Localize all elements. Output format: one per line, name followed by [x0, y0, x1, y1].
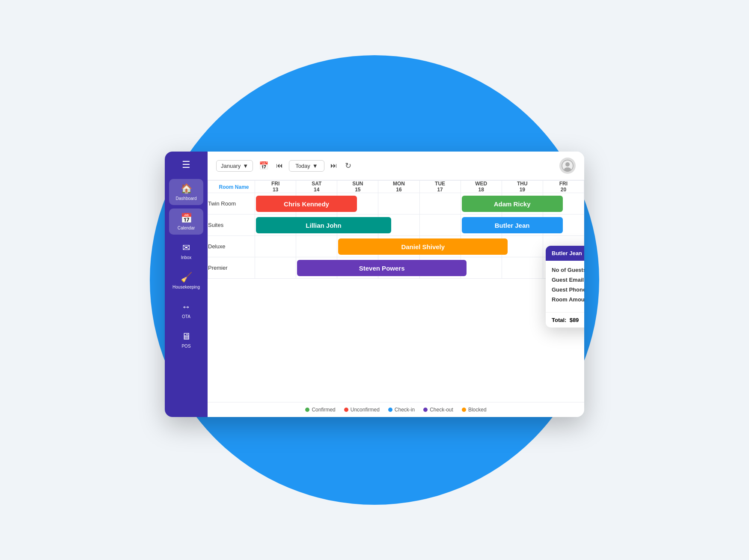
booking-chris[interactable]: Chris Kennedy [256, 196, 357, 212]
calendar-body: Twin RoomChris KennedyAdam RickySuitesLi… [208, 193, 584, 279]
day-header-7: FRI 20 [543, 181, 584, 193]
sidebar-item-dashboard[interactable]: 🏠 Dashboard [169, 179, 203, 205]
month-arrow: ▼ [243, 163, 248, 169]
day-header-2: SUN 15 [337, 181, 378, 193]
day-name-6: THU [502, 181, 543, 187]
svg-point-2 [564, 167, 571, 172]
next-nav-btn[interactable]: ⏭ [329, 160, 339, 171]
month-selector[interactable]: January ▼ [216, 160, 253, 172]
day-num-1: 14 [296, 187, 337, 193]
housekeeping-icon: 🧹 [181, 272, 192, 283]
day-num-0: 13 [255, 187, 296, 193]
cal-cell-1-0[interactable]: Lillian John [255, 214, 296, 236]
cal-cell-0-0[interactable]: Chris Kennedy [255, 193, 296, 214]
legend-checkin: Check-in [388, 407, 415, 413]
popup-footer: Total: $89 Paid: $89 [546, 312, 584, 328]
popup-row-phone: Guest Phone: +1 (894) 805 3481 [552, 286, 584, 293]
cal-cell-2-0[interactable] [255, 236, 296, 257]
day-num-3: 16 [378, 187, 419, 193]
day-name-1: SAT [296, 181, 337, 187]
cal-cell-1-4[interactable] [419, 214, 461, 236]
sidebar-label-calendar: Calendar [178, 226, 195, 230]
calendar-table: Room Name FRI 13 SAT 14 [208, 180, 584, 279]
prev-nav-btn[interactable]: ⏮ [274, 160, 285, 171]
popup-guest-name: Butler Jean [552, 250, 582, 256]
booking-lillian[interactable]: Lillian John [256, 217, 391, 233]
cal-cell-0-4[interactable] [419, 193, 461, 214]
booking-daniel[interactable]: Daniel Shively [338, 238, 508, 255]
cal-cell-1-5[interactable]: Butler Jean [461, 214, 502, 236]
checkout-label: Check-out [430, 407, 453, 413]
cal-cell-2-1[interactable] [296, 236, 337, 257]
cal-cell-3-6[interactable] [502, 257, 543, 279]
room-row-1: SuitesLillian JohnButler Jean [208, 214, 584, 236]
sidebar-item-housekeeping[interactable]: 🧹 Housekeeping [169, 268, 203, 294]
day-num-5: 18 [461, 187, 502, 193]
today-arrow: ▼ [312, 163, 318, 169]
cal-cell-0-5[interactable]: Adam Ricky [461, 193, 502, 214]
room-label-3: Premier [208, 257, 255, 279]
blocked-dot [462, 408, 466, 412]
cal-cell-3-1[interactable]: Steven Powers [296, 257, 337, 279]
room-row-3: PremierSteven Powers [208, 257, 584, 279]
sidebar-label-housekeeping: Housekeeping [172, 285, 200, 289]
dashboard-icon: 🏠 [181, 183, 192, 194]
popup-label-phone: Guest Phone: [552, 286, 584, 293]
day-num-4: 17 [420, 187, 461, 193]
sidebar-item-inbox[interactable]: ✉ Inbox [169, 238, 203, 264]
sidebar-item-pos[interactable]: 🖥 POS [169, 327, 203, 353]
booking-steven[interactable]: Steven Powers [297, 260, 467, 276]
cal-cell-2-2[interactable]: Daniel Shively [337, 236, 378, 257]
legend-blocked: Blocked [462, 407, 487, 413]
ota-icon: ↔ [181, 301, 191, 313]
room-label-0: Twin Room [208, 193, 255, 214]
sidebar: ☰ 🏠 Dashboard 📅 Calendar ✉ Inbox 🧹 House… [165, 152, 208, 417]
inbox-icon: ✉ [182, 242, 190, 253]
day-name-4: TUE [420, 181, 461, 187]
pos-icon: 🖥 [181, 331, 191, 342]
booking-butler[interactable]: Butler Jean [462, 217, 563, 233]
popup-total: Total: $89 [552, 317, 579, 323]
main-content: January ▼ 📅 ⏮ Today ▼ ⏭ ↻ [208, 152, 584, 417]
confirmed-dot [305, 408, 309, 412]
cal-cell-0-3[interactable] [378, 193, 419, 214]
day-header-4: TUE 17 [419, 181, 461, 193]
booking-adam[interactable]: Adam Ricky [462, 196, 563, 212]
popup-header: Butler Jean Conf.No 2590 [546, 246, 584, 261]
refresh-btn[interactable]: ↻ [343, 159, 353, 172]
room-row-2: DeluxeDaniel Shively [208, 236, 584, 257]
calendar-header-row: Room Name FRI 13 SAT 14 [208, 181, 584, 193]
today-button[interactable]: Today ▼ [289, 160, 324, 172]
popup-label-amount: Room Amount: [552, 296, 584, 303]
month-label: January [221, 163, 241, 169]
unconfirmed-dot [344, 408, 348, 412]
svg-point-1 [565, 162, 570, 167]
user-avatar[interactable] [559, 158, 576, 174]
day-name-7: FRI [543, 181, 584, 187]
blocked-label: Blocked [468, 407, 487, 413]
day-header-6: THU 19 [502, 181, 543, 193]
room-label-2: Deluxe [208, 236, 255, 257]
day-num-7: 20 [543, 187, 584, 193]
today-label: Today [295, 163, 310, 169]
sidebar-label-ota: OTA [182, 314, 190, 319]
day-num-6: 19 [502, 187, 543, 193]
booking-popup: Butler Jean Conf.No 2590 No of Guests: 4… [546, 246, 584, 328]
sidebar-item-calendar[interactable]: 📅 Calendar [169, 209, 203, 235]
day-header-5: WED 18 [461, 181, 502, 193]
cal-cell-3-0[interactable] [255, 257, 296, 279]
legend-bar: Confirmed Unconfirmed Check-in Check-out… [208, 402, 584, 417]
popup-body: No of Guests: 4 Guest Email: butler3@gma… [546, 261, 584, 312]
day-header-0: FRI 13 [255, 181, 296, 193]
calendar-picker-btn[interactable]: 📅 [257, 159, 270, 172]
room-row-0: Twin RoomChris KennedyAdam Ricky [208, 193, 584, 214]
menu-icon[interactable]: ☰ [182, 159, 190, 170]
sidebar-item-ota[interactable]: ↔ OTA [169, 297, 203, 323]
day-name-5: WED [461, 181, 502, 187]
sidebar-label-inbox: Inbox [181, 255, 191, 260]
legend-checkout: Check-out [423, 407, 453, 413]
cal-cell-3-5[interactable] [461, 257, 502, 279]
legend-confirmed: Confirmed [305, 407, 335, 413]
legend-unconfirmed: Unconfirmed [344, 407, 380, 413]
cal-cell-2-6[interactable] [502, 236, 543, 257]
